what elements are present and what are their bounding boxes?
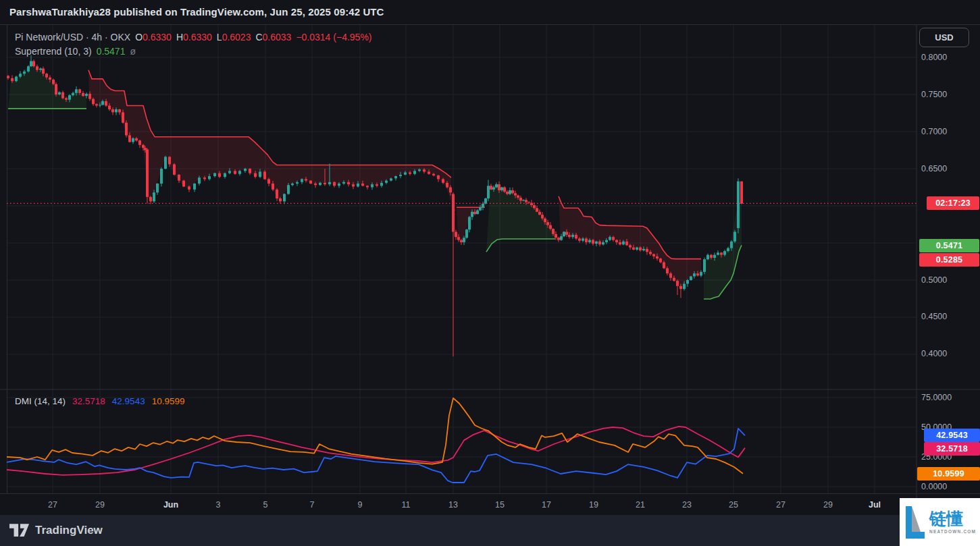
price-axis-label: 0.6500: [921, 163, 975, 174]
neatdown-logo-icon: [906, 506, 925, 539]
tradingview-logo-icon[interactable]: [9, 524, 30, 537]
price-axis-label: 0.7000: [921, 126, 975, 137]
dmi-adx-value: 32.5718: [72, 396, 105, 407]
time-axis-label: 15: [495, 499, 505, 510]
dmi-minus-di-value: 10.9599: [152, 396, 185, 407]
ohlc-high: H0.6330: [176, 32, 212, 43]
supertrend-value: 0.5471: [97, 46, 126, 57]
price-axis-label: 0.4500: [921, 311, 975, 322]
chart-canvas[interactable]: [0, 0, 980, 546]
time-axis-label: 3: [216, 499, 221, 510]
time-axis-label: 29: [823, 499, 833, 510]
price-axis-label: 0.5000: [921, 275, 975, 285]
plus-di-badge: 42.9543: [924, 429, 980, 442]
ohlc-low: L0.6023: [217, 32, 251, 43]
supertrend-up-badge: 0.5471: [919, 239, 979, 252]
supertrend-down-badge: 0.5285: [919, 253, 979, 267]
time-axis-label: 13: [448, 499, 458, 510]
time-axis-label: Jun: [163, 499, 178, 510]
time-axis-label: 9: [358, 499, 363, 510]
countdown-badge: 02:17:23: [927, 196, 979, 210]
price-axis-label: 75.0000: [921, 392, 975, 403]
time-axis-label: 29: [95, 499, 105, 510]
time-axis-label: Jul: [869, 499, 881, 510]
time-axis-label: 17: [542, 499, 551, 510]
supertrend-legend[interactable]: Supertrend (10, 3) 0.5471 ø: [15, 45, 136, 57]
minus-di-badge: 10.9599: [917, 467, 980, 481]
supertrend-title: Supertrend (10, 3): [15, 46, 92, 57]
time-axis-label: 25: [729, 499, 738, 510]
price-axis-label: 0.8000: [921, 52, 975, 63]
tradingview-snapshot: ParshwaTurakhiya28 published on TradingV…: [0, 0, 980, 546]
time-axis-label: 5: [263, 499, 268, 510]
symbol-title: Pi Network/USD · 4h · OKX: [15, 32, 130, 43]
tradingview-brand-text[interactable]: TradingView: [35, 524, 103, 537]
dmi-title: DMI (14, 14): [15, 396, 66, 407]
watermark-cn-text: 链懂: [929, 510, 976, 527]
ohlc-open: O0.6330: [135, 32, 172, 43]
time-axis-label: 7: [310, 499, 315, 510]
time-axis-label: 11: [402, 499, 411, 510]
price-axis-label: 0.4000: [921, 348, 975, 359]
symbol-legend[interactable]: Pi Network/USD · 4h · OKX O0.6330 H0.633…: [15, 31, 372, 43]
price-axis-label: 0.7500: [921, 89, 975, 100]
price-axis-label: 0.0000: [921, 481, 975, 492]
currency-usd-button[interactable]: USD: [919, 28, 969, 47]
watermark-box[interactable]: 链懂 NEATDOWN.COM: [900, 498, 980, 546]
watermark-site-text: NEATDOWN.COM: [929, 529, 976, 534]
time-axis-label: 27: [776, 499, 785, 510]
adx-badge: 32.5718: [924, 442, 980, 456]
time-axis-label: 27: [48, 499, 57, 510]
dmi-legend[interactable]: DMI (14, 14) 32.5718 42.9543 10.9599: [15, 396, 184, 407]
dmi-plus-di-value: 42.9543: [112, 396, 145, 407]
time-axis-label: 21: [636, 499, 645, 510]
change-value: −0.0314 (−4.95%): [296, 32, 371, 43]
time-axis-label: 23: [682, 499, 692, 510]
ohlc-close: C0.6033: [255, 32, 291, 43]
time-axis-label: 19: [589, 499, 598, 510]
footer-bar: TradingView: [0, 515, 980, 546]
supertrend-suffix-icon: ø: [130, 46, 136, 57]
